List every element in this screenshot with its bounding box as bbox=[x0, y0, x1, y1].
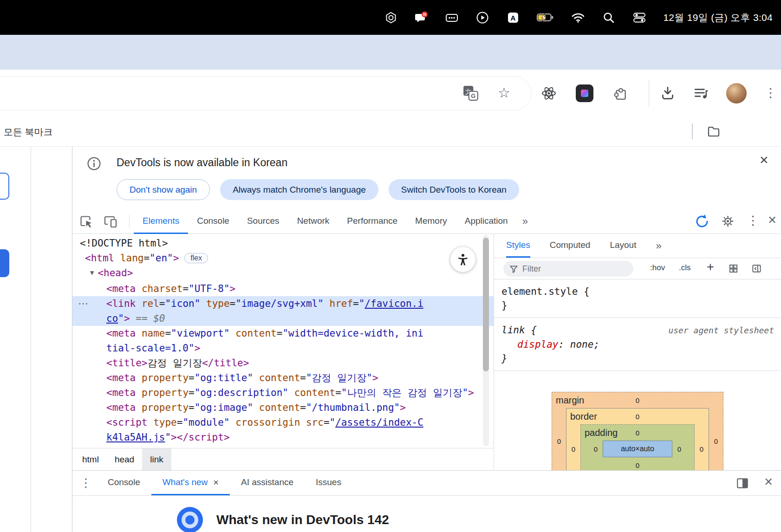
code-token-tag: <title> bbox=[106, 357, 148, 369]
padding-label: padding bbox=[585, 428, 618, 438]
device-toolbar-icon[interactable] bbox=[103, 214, 118, 229]
tab-elements[interactable]: Elements bbox=[134, 209, 188, 234]
react-devtools-icon[interactable] bbox=[540, 85, 557, 102]
translate-icon[interactable]: 文G bbox=[462, 85, 479, 102]
profile-avatar[interactable] bbox=[726, 83, 747, 104]
settings-gear-icon[interactable] bbox=[721, 214, 735, 228]
breadcrumb-link[interactable]: link bbox=[142, 448, 171, 470]
dom-tree-line[interactable]: <script type="module" crossorigin src="/… bbox=[72, 415, 494, 445]
breadcrumb-head[interactable]: head bbox=[107, 448, 142, 470]
tab-memory[interactable]: Memory bbox=[406, 209, 456, 234]
dom-tree-line[interactable]: <meta charset="UTF-8"> bbox=[72, 281, 494, 296]
border-top-value: 0 bbox=[636, 413, 639, 421]
tab-layout[interactable]: Layout bbox=[610, 234, 636, 258]
dom-tree-line[interactable]: ▼<head> bbox=[72, 266, 494, 281]
css-property-name[interactable]: display bbox=[517, 339, 559, 350]
input-source-icon[interactable]: A bbox=[506, 10, 520, 25]
style-rule-element-style[interactable]: element.style { } bbox=[494, 279, 781, 318]
switch-devtools-korean-button[interactable]: Switch DevTools to Korean bbox=[389, 179, 519, 200]
styles-sidebar-pane: Styles Computed Layout » :hov .cls + ele… bbox=[494, 234, 781, 470]
styles-filter-row: :hov .cls + bbox=[494, 258, 781, 279]
menu-extras-icon[interactable] bbox=[445, 10, 459, 25]
media-list-icon[interactable] bbox=[693, 85, 709, 102]
tab-application[interactable]: Application bbox=[456, 209, 517, 234]
margin-top-value: 0 bbox=[636, 396, 639, 404]
sidebar-toggle-icon[interactable] bbox=[751, 263, 762, 274]
code-token-plain bbox=[148, 417, 154, 428]
tab-performance[interactable]: Performance bbox=[338, 209, 406, 234]
drawer-tab-whats-new[interactable]: What's new × bbox=[151, 471, 230, 495]
play-icon[interactable] bbox=[475, 10, 489, 25]
dom-tree[interactable]: <!DOCTYPE html><html lang="en">flex▼<hea… bbox=[72, 236, 494, 448]
code-token-arrow: ▼ bbox=[90, 265, 94, 280]
browser-menu-kebab-icon[interactable]: ⋮ bbox=[764, 87, 777, 99]
dom-tree-line[interactable]: <meta property="og:description" content=… bbox=[72, 385, 494, 400]
always-match-language-button[interactable]: Always match Chrome's language bbox=[220, 179, 378, 200]
dom-tree-line[interactable]: <title>감정 일기장</title> bbox=[72, 356, 494, 370]
code-token-value: "en" bbox=[150, 253, 173, 264]
spotlight-search-icon[interactable] bbox=[602, 10, 616, 25]
tab-styles[interactable]: Styles bbox=[506, 234, 530, 258]
whats-new-close-icon[interactable]: × bbox=[213, 477, 219, 488]
accessibility-floating-button[interactable] bbox=[450, 247, 475, 272]
code-token-value: "/thumbnail.png" bbox=[306, 402, 400, 413]
styles-more-tabs-icon[interactable]: » bbox=[656, 234, 661, 258]
control-center-icon[interactable] bbox=[632, 10, 646, 25]
dom-tree-line[interactable]: <link rel="stylesheet" crossorigin href=… bbox=[72, 445, 494, 448]
battery-charging-icon[interactable] bbox=[537, 10, 554, 25]
dont-show-again-button[interactable]: Don't show again bbox=[117, 179, 210, 200]
extensions-puzzle-icon[interactable] bbox=[612, 85, 629, 102]
grid-swatch-icon[interactable] bbox=[728, 263, 739, 274]
openai-icon[interactable] bbox=[384, 10, 397, 25]
breadcrumb-html[interactable]: html bbox=[74, 448, 107, 470]
tab-network[interactable]: Network bbox=[288, 209, 338, 234]
drawer-menu-kebab-icon[interactable]: ⋮ bbox=[80, 477, 92, 489]
dom-tree-line[interactable]: ⋯<link rel="icon" type="image/svg+xml" h… bbox=[72, 296, 494, 326]
devtools-language-banner: DevTools is now available in Korean × Do… bbox=[72, 147, 781, 209]
css-property-value[interactable]: none; bbox=[570, 339, 599, 350]
tab-sources[interactable]: Sources bbox=[238, 209, 288, 234]
banner-close-icon[interactable]: × bbox=[760, 152, 768, 167]
drawer-tab-issues[interactable]: Issues bbox=[305, 471, 352, 495]
code-token-badge[interactable]: flex bbox=[184, 253, 208, 263]
devtools-menu-kebab-icon[interactable]: ⋮ bbox=[747, 214, 759, 227]
drawer-split-panel-icon[interactable] bbox=[735, 476, 749, 490]
dom-tree-line[interactable]: <meta property="og:title" content="감정 일기… bbox=[72, 370, 494, 385]
styles-filter-input[interactable] bbox=[522, 264, 630, 274]
wifi-icon[interactable] bbox=[571, 10, 585, 25]
downloads-icon[interactable] bbox=[659, 85, 676, 102]
dark-extension-icon[interactable] bbox=[576, 84, 593, 102]
devtools-close-icon[interactable]: × bbox=[768, 213, 776, 227]
bookmark-star-icon[interactable]: ☆ bbox=[498, 86, 510, 100]
sync-update-icon[interactable] bbox=[694, 213, 710, 230]
drawer-tab-console[interactable]: Console bbox=[97, 471, 151, 495]
inspect-element-icon[interactable] bbox=[79, 214, 94, 229]
dom-tree-line[interactable]: <meta name="viewport" content="width=dev… bbox=[72, 326, 494, 356]
overflow-menu-icon[interactable]: ⋯ bbox=[78, 296, 88, 311]
elements-scrollbar-thumb[interactable] bbox=[483, 238, 489, 371]
menu-bar-clock[interactable]: 12월 19일 (금) 오후 3:04 bbox=[663, 11, 773, 24]
dom-breadcrumb: html head link bbox=[72, 448, 494, 470]
drawer-close-icon[interactable]: × bbox=[764, 474, 773, 489]
element-classes-toggle[interactable]: .cls bbox=[679, 263, 691, 272]
page-blue-button-sliver[interactable] bbox=[0, 249, 9, 277]
whats-new-logo-icon bbox=[177, 507, 203, 532]
pseudo-state-toggle[interactable]: :hov bbox=[650, 263, 665, 272]
box-model-diagram[interactable]: margin0 0 border0 0 padding0 0 bbox=[552, 392, 723, 470]
omnibox[interactable] bbox=[0, 76, 532, 110]
tab-computed[interactable]: Computed bbox=[550, 234, 591, 258]
page-outlined-element[interactable] bbox=[0, 173, 9, 200]
more-tabs-icon[interactable]: » bbox=[517, 209, 534, 234]
drawer-tab-ai-assistance[interactable]: AI assistance bbox=[230, 471, 305, 495]
notification-bubble-icon[interactable]: N bbox=[414, 10, 428, 25]
dom-tree-line[interactable]: <meta property="og:image" content="/thum… bbox=[72, 400, 494, 415]
styles-filter-pill[interactable] bbox=[503, 261, 633, 277]
dom-tree-line[interactable]: <!DOCTYPE html> bbox=[72, 236, 494, 251]
new-style-rule-icon[interactable]: + bbox=[707, 261, 714, 273]
style-rule-link[interactable]: link { user agent stylesheet display: no… bbox=[494, 318, 781, 371]
all-bookmarks-button[interactable]: 모든 북마크 bbox=[4, 125, 53, 138]
dom-tree-line[interactable]: <html lang="en">flex bbox=[72, 251, 494, 266]
tab-console[interactable]: Console bbox=[188, 209, 238, 234]
code-token-plain: = bbox=[182, 283, 189, 294]
code-token-tag: > bbox=[230, 283, 236, 294]
